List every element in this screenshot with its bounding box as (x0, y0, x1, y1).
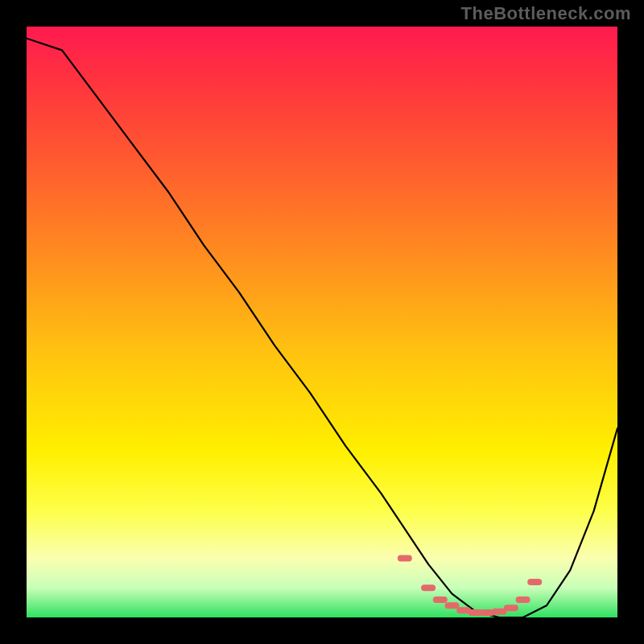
plot-area (27, 27, 617, 617)
main-curve (27, 39, 617, 617)
chart-frame: TheBottleneck.com (0, 0, 644, 644)
curve-marker (398, 555, 412, 562)
curve-marker (504, 605, 518, 611)
curve-marker (527, 579, 542, 585)
curve-marker (445, 602, 460, 609)
curve-marker (516, 597, 530, 603)
curve-layer (27, 27, 617, 617)
curve-marker (421, 584, 436, 591)
curve-marker (433, 597, 448, 603)
watermark-text: TheBottleneck.com (461, 3, 631, 24)
